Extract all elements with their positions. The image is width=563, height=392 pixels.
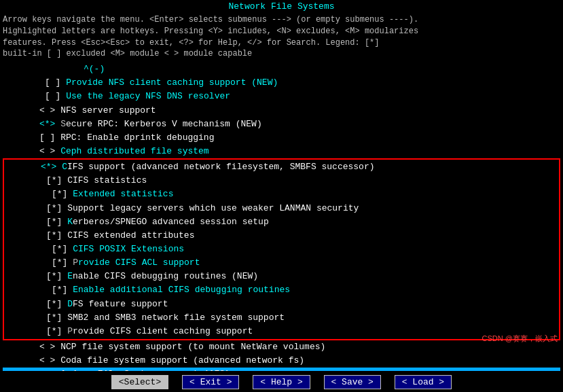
item-label: Andrew File System support (AFS) (60, 368, 230, 371)
item-label: Enable CIFS debugging routines (NEW) (67, 270, 258, 283)
list-item[interactable]: [*] SMB2 and SMB3 network file system su… (4, 311, 559, 325)
list-item[interactable]: [*] Support legacy servers which use wea… (4, 202, 559, 215)
item-label: Enable additional CIFS debugging routine… (73, 283, 290, 297)
list-item[interactable]: [*] CIFS POSIX Extensions (4, 243, 559, 256)
select-button[interactable]: <Select> (111, 375, 168, 389)
help-line-1: Arrow keys navigate the menu. <Enter> se… (3, 14, 560, 26)
bracket: [*] (46, 215, 62, 229)
list-item[interactable]: < > NFS server support (3, 104, 560, 118)
item-label: Provide CIFS client caching support (67, 325, 253, 338)
item-label: Coda file system support (advanced netwo… (60, 354, 304, 368)
bracket: < > (39, 368, 55, 371)
button-bar: <Select> < Exit > < Help > < Save > < Lo… (0, 371, 563, 392)
list-item[interactable]: <*> Secure RPC: Kerberos V mechanism (NE… (3, 118, 560, 131)
bracket: [*] (46, 174, 62, 188)
bracket: < > (39, 354, 55, 368)
item-label: NCP file system support (to mount NetWar… (60, 340, 325, 354)
help-button[interactable]: < Help > (253, 375, 310, 389)
help-line-2: Highlighted letters are hotkeys. Pressin… (3, 26, 560, 37)
list-item[interactable]: [ ] RPC: Enable dprintk debugging (3, 131, 560, 145)
bracket: [ ] (39, 131, 55, 145)
list-item[interactable]: [*] Provide CIFS ACL support (4, 256, 559, 270)
bracket: [ ] (45, 90, 60, 103)
bracket: [*] (46, 311, 62, 325)
item-label: CIFS statistics (67, 174, 147, 188)
bracket: [*] (52, 283, 67, 297)
list-item[interactable]: [*] Provide CIFS client caching support (4, 325, 559, 338)
item-label: Provide NFS client caching support (NEW) (66, 76, 278, 90)
menu-area: ^(-) [ ] Provide NFS client caching supp… (0, 61, 563, 371)
item-label: RPC: Enable dprintk debugging (60, 131, 214, 145)
item-label: CIFS extended attributes (67, 229, 194, 243)
main-window: Network File Systems Arrow keys navigate… (0, 0, 563, 392)
item-label: Provide CIFS ACL support (73, 256, 200, 270)
item-label: SMB2 and SMB3 network file system suppor… (67, 311, 285, 325)
item-label: Secure RPC: Kerberos V mechanism (NEW) (60, 118, 261, 131)
bracket: [*] (46, 202, 62, 215)
list-item[interactable]: [*] CIFS statistics (4, 174, 559, 188)
list-item[interactable]: [ ] Provide NFS client caching support (… (3, 76, 560, 90)
list-item[interactable]: < > Ceph distributed file system (3, 145, 560, 158)
list-item[interactable]: [*] DFS feature support (4, 298, 559, 311)
cifs-section: <*> CIFS support (advanced network files… (3, 158, 560, 340)
item-label: CIFS POSIX Extensions (73, 243, 184, 256)
bracket: <*> (41, 160, 56, 174)
bracket: [ ] (45, 76, 60, 90)
item-label: DFS feature support (67, 298, 168, 311)
bracket: < > (39, 340, 55, 354)
item-label: Kerberos/SPNEGO advanced session setup (67, 215, 268, 229)
bracket: < > (39, 145, 55, 158)
list-item[interactable]: [*] Extended statistics (4, 188, 559, 201)
list-item[interactable]: [*] CIFS extended attributes (4, 229, 559, 243)
load-button[interactable]: < Load > (395, 375, 452, 389)
item-label: Extended statistics (73, 188, 173, 201)
help-text: Arrow keys navigate the menu. <Enter> se… (0, 13, 563, 61)
nav-indicator-row: ^(-) (3, 63, 560, 76)
list-item[interactable]: [*] Kerberos/SPNEGO advanced session set… (4, 215, 559, 229)
item-label: Ceph distributed file system (60, 145, 208, 158)
list-item[interactable]: < > Coda file system support (advanced n… (3, 354, 560, 368)
nav-indicator: ^(-) (4, 63, 105, 76)
bracket: <*> (39, 118, 55, 131)
selected-list-item[interactable]: < > Andrew File System support (AFS) (3, 368, 560, 371)
help-line-3: features. Press <Esc><Esc> to exit, <?> … (3, 37, 560, 49)
title-bar: Network File Systems (0, 0, 563, 13)
list-item[interactable]: [ ] Use the legacy NFS DNS resolver (3, 90, 560, 103)
exit-button[interactable]: < Exit > (182, 375, 239, 389)
item-label: CIFS support (advanced network filesyste… (62, 160, 374, 174)
bracket: [*] (46, 325, 62, 338)
bracket: [*] (52, 256, 67, 270)
save-button[interactable]: < Save > (324, 375, 381, 389)
list-item[interactable]: [*] Enable CIFS debugging routines (NEW) (4, 270, 559, 283)
bracket: [*] (46, 298, 62, 311)
list-item[interactable]: < > NCP file system support (to mount Ne… (3, 340, 560, 354)
item-label: Use the legacy NFS DNS resolver (66, 90, 230, 103)
bracket: [*] (52, 188, 67, 201)
bracket: [*] (46, 270, 62, 283)
item-label: NFS server support (60, 104, 156, 118)
bracket: [*] (46, 229, 62, 243)
list-item[interactable]: <*> CIFS support (advanced network files… (4, 160, 559, 174)
list-item[interactable]: [*] Enable additional CIFS debugging rou… (4, 283, 559, 297)
bracket: < > (39, 104, 55, 118)
watermark: CSDN @赛赛，嵌入式 (482, 334, 558, 344)
bracket: [*] (52, 243, 67, 256)
help-line-4: built-in [ ] excluded <M> module < > mod… (3, 48, 560, 60)
item-label: Support legacy servers which use weaker … (67, 202, 359, 215)
